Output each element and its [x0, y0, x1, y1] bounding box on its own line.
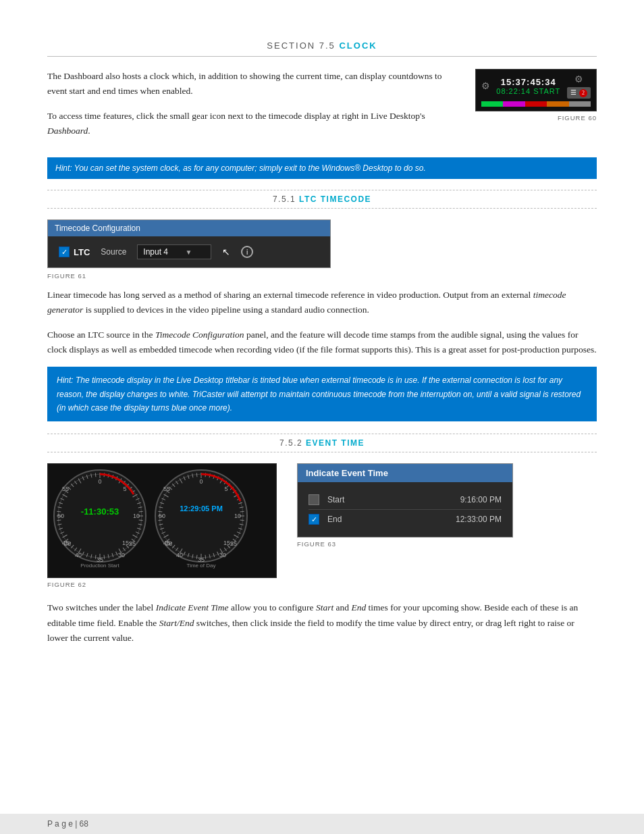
chat-icon: ☰ 2: [567, 87, 591, 99]
info-icon[interactable]: i: [241, 246, 253, 258]
end-italic: End: [351, 602, 366, 613]
svg-text:5: 5: [224, 486, 227, 492]
ltc-label: LTC: [74, 247, 90, 257]
svg-text:Time of Day: Time of Day: [187, 563, 216, 569]
section-prefix: SECTION 7.5: [267, 41, 335, 51]
svg-text:10: 10: [133, 513, 140, 519]
source-dropdown[interactable]: Input 4 ▼: [137, 244, 211, 259]
event-para: Two switches under the label Indicate Ev…: [47, 600, 597, 646]
svg-text:10: 10: [234, 513, 241, 519]
svg-text:55: 55: [163, 486, 170, 492]
clock-dials-image: 0 5 10 15 55 50 45 40 35 30 25 20 -11:30…: [47, 463, 277, 578]
svg-line-48: [57, 512, 61, 513]
end-checkbox[interactable]: ✓: [308, 514, 319, 525]
figure63-block: Indicate Event Time Start 9:16:00 PM ✓ E…: [297, 463, 513, 556]
svg-line-137: [196, 473, 197, 477]
ltc-checkbox[interactable]: ✓: [59, 246, 70, 257]
svg-text:30: 30: [219, 552, 226, 558]
left-dial-svg: 0 5 10 15 55 50 45 40 35 30 25 20 -11:30…: [51, 467, 153, 574]
indicate-event-header: Indicate Event Time: [298, 464, 512, 482]
timecode-panel-header: Timecode Configuration: [48, 220, 330, 236]
page-content: SECTION 7.5 CLOCK The Dashboard also hos…: [0, 0, 644, 834]
svg-line-94: [240, 520, 244, 521]
end-time: 12:33:00 PM: [456, 515, 502, 524]
ltc-para1: Linear timecode has long served as a met…: [47, 288, 597, 318]
svg-line-16: [139, 512, 143, 513]
svg-text:25: 25: [129, 540, 136, 547]
ltc-para2: Choose an LTC source in the Timecode Con…: [47, 328, 597, 358]
color-bar-red: [525, 101, 547, 107]
hint-box-2: Hint: The timecode display in the Live D…: [47, 367, 597, 421]
subsection-752-title: 7.5.2 EVENT TIME: [47, 434, 597, 452]
source-dropdown-value: Input 4: [143, 247, 168, 257]
figure63-label: FIGURE 63: [297, 540, 336, 548]
svg-line-61: [95, 473, 96, 477]
svg-text:0: 0: [98, 478, 101, 485]
color-bar: [481, 101, 591, 107]
page-number: P a g e | 68: [47, 819, 88, 829]
timecode-panel: Timecode Configuration ✓ LTC Source Inpu…: [47, 219, 331, 268]
svg-text:Production Start: Production Start: [80, 563, 119, 569]
event-figures: 0 5 10 15 55 50 45 40 35 30 25 20 -11:30…: [47, 463, 597, 596]
clock-main-time: 15:37:45:34: [493, 77, 564, 87]
start-checkbox[interactable]: [308, 494, 319, 505]
svg-line-33: [95, 555, 96, 559]
timecode-panel-body: ✓ LTC Source Input 4 ▼ ↖ i: [48, 236, 330, 267]
dropdown-arrow-icon: ▼: [185, 249, 192, 256]
source-label: Source: [101, 247, 126, 257]
start-italic: Start: [316, 602, 333, 613]
svg-text:15: 15: [223, 540, 230, 546]
svg-text:55: 55: [62, 486, 69, 492]
end-event-row: ✓ End 12:33:00 PM: [308, 509, 502, 529]
figure60-label: FIGURE 60: [558, 114, 597, 122]
section-title: SECTION 7.5 CLOCK: [47, 41, 597, 57]
svg-text:-11:30:53: -11:30:53: [81, 506, 119, 517]
clock-right-icons: ⚙ ☰ 2: [567, 74, 591, 99]
figure62-label: FIGURE 62: [47, 581, 86, 588]
svg-text:20: 20: [64, 540, 71, 547]
svg-line-109: [196, 555, 197, 559]
svg-line-124: [158, 512, 162, 513]
color-bar-grey: [569, 101, 591, 107]
svg-text:30: 30: [118, 552, 125, 558]
subsection-751-highlight: LTC TIMECODE: [299, 194, 371, 204]
color-bar-magenta: [503, 101, 525, 107]
figure62-block: 0 5 10 15 55 50 45 40 35 30 25 20 -11:30…: [47, 463, 277, 596]
indicate-event-italic: Indicate Event Time: [156, 602, 229, 613]
hint1-text: Hint: You can set the system clock, as f…: [55, 163, 426, 173]
clock-gear-icon: ⚙: [481, 80, 490, 92]
start-time: 9:16:00 PM: [460, 495, 502, 504]
svg-line-18: [139, 520, 143, 521]
intro-text: The Dashboard also hosts a clock which, …: [47, 69, 458, 148]
indicate-event-panel: Indicate Event Time Start 9:16:00 PM ✓ E…: [297, 463, 513, 538]
end-label: End: [327, 515, 448, 524]
ltc-checkbox-group: ✓ LTC: [59, 246, 90, 257]
start-event-row: Start 9:16:00 PM: [308, 490, 502, 509]
hint-box-1: Hint: You can set the system clock, as f…: [47, 157, 597, 179]
intro-para1: The Dashboard also hosts a clock which, …: [47, 69, 458, 99]
right-dial-svg: 0 5 10 15 55 50 45 40 35 30 25 20 12:29:…: [153, 467, 254, 574]
svg-line-31: [104, 555, 105, 559]
svg-line-107: [205, 555, 206, 559]
subsection-751-prefix: 7.5.1: [273, 194, 296, 204]
figure61-label: FIGURE 61: [47, 272, 597, 280]
svg-text:25: 25: [230, 540, 237, 547]
svg-text:0: 0: [199, 478, 203, 485]
settings-gear-icon[interactable]: ⚙: [574, 74, 583, 85]
svg-text:50: 50: [57, 513, 64, 519]
subsection-752-highlight: EVENT TIME: [306, 438, 365, 448]
color-bar-green: [481, 101, 503, 107]
page-footer: P a g e | 68: [0, 814, 644, 834]
svg-text:50: 50: [159, 513, 165, 519]
clock-image-block: ⚙ 15:37:45:34 08:22:14 START ⚙ ☰ 2: [472, 69, 597, 148]
svg-text:5: 5: [123, 486, 126, 492]
svg-line-122: [158, 520, 162, 521]
clock-widget: ⚙ 15:37:45:34 08:22:14 START ⚙ ☰ 2: [475, 69, 597, 111]
svg-line-92: [240, 512, 244, 513]
indicate-event-body: Start 9:16:00 PM ✓ End 12:33:00 PM: [298, 482, 512, 537]
svg-text:12:29:05 PM: 12:29:05 PM: [180, 504, 223, 513]
clock-start-time: 08:22:14 START: [493, 87, 564, 95]
subsection-751-title: 7.5.1 LTC TIMECODE: [47, 190, 597, 209]
svg-line-46: [57, 520, 61, 521]
cursor-indicator: ↖: [222, 246, 230, 258]
